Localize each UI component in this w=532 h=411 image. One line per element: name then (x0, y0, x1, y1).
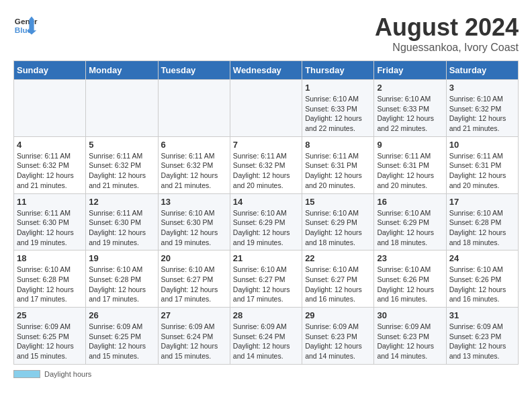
day-number: 1 (305, 83, 371, 93)
calendar-day-header: Friday (374, 61, 446, 80)
calendar-cell: 25Sunrise: 6:09 AMSunset: 6:25 PMDayligh… (14, 308, 86, 365)
calendar-cell: 20Sunrise: 6:10 AMSunset: 6:27 PMDayligh… (158, 250, 230, 308)
day-info: Sunrise: 6:09 AMSunset: 6:24 PMDaylight:… (161, 322, 227, 361)
day-info: Sunrise: 6:10 AMSunset: 6:27 PMDaylight:… (305, 265, 371, 304)
calendar-day-header: Sunday (14, 61, 86, 80)
day-number: 18 (17, 253, 83, 263)
day-number: 15 (305, 197, 371, 207)
day-info: Sunrise: 6:09 AMSunset: 6:23 PMDaylight:… (449, 322, 515, 361)
svg-text:General: General (15, 17, 38, 26)
title-block: August 2024 Nguessankoa, Ivory Coast (375, 13, 519, 54)
day-number: 27 (161, 310, 227, 320)
calendar-cell: 16Sunrise: 6:10 AMSunset: 6:29 PMDayligh… (374, 193, 446, 250)
calendar-day-header: Thursday (302, 61, 374, 80)
day-info: Sunrise: 6:11 AMSunset: 6:30 PMDaylight:… (89, 208, 154, 248)
calendar-day-header: Saturday (446, 61, 518, 80)
day-number: 22 (305, 253, 371, 263)
day-info: Sunrise: 6:10 AMSunset: 6:26 PMDaylight:… (449, 265, 515, 304)
calendar-cell: 2Sunrise: 6:10 AMSunset: 6:33 PMDaylight… (374, 80, 446, 137)
calendar-cell: 13Sunrise: 6:10 AMSunset: 6:30 PMDayligh… (158, 193, 230, 250)
logo: General Blue (13, 13, 38, 38)
calendar-cell: 10Sunrise: 6:11 AMSunset: 6:31 PMDayligh… (446, 136, 518, 193)
day-number: 6 (161, 140, 227, 150)
calendar-table: SundayMondayTuesdayWednesdayThursdayFrid… (13, 60, 519, 365)
calendar-cell: 23Sunrise: 6:10 AMSunset: 6:26 PMDayligh… (374, 250, 446, 308)
day-number: 3 (449, 83, 515, 93)
day-number: 31 (449, 310, 515, 320)
day-info: Sunrise: 6:10 AMSunset: 6:33 PMDaylight:… (305, 94, 371, 134)
calendar-cell: 9Sunrise: 6:11 AMSunset: 6:31 PMDaylight… (374, 136, 446, 193)
calendar-cell: 21Sunrise: 6:10 AMSunset: 6:27 PMDayligh… (230, 250, 302, 308)
day-info: Sunrise: 6:11 AMSunset: 6:32 PMDaylight:… (161, 151, 227, 191)
day-info: Sunrise: 6:10 AMSunset: 6:29 PMDaylight:… (377, 208, 443, 248)
legend: Daylight hours (13, 370, 519, 378)
calendar-cell: 15Sunrise: 6:10 AMSunset: 6:29 PMDayligh… (302, 193, 374, 250)
page-header: General Blue August 2024 Nguessankoa, Iv… (13, 13, 519, 54)
day-number: 21 (233, 253, 299, 263)
calendar-cell: 1Sunrise: 6:10 AMSunset: 6:33 PMDaylight… (302, 80, 374, 137)
day-info: Sunrise: 6:10 AMSunset: 6:32 PMDaylight:… (449, 94, 515, 134)
day-info: Sunrise: 6:09 AMSunset: 6:24 PMDaylight:… (233, 322, 299, 361)
calendar-day-header: Monday (86, 61, 158, 80)
calendar-cell: 31Sunrise: 6:09 AMSunset: 6:23 PMDayligh… (446, 308, 518, 365)
calendar-day-header: Tuesday (158, 61, 230, 80)
calendar-week-row: 11Sunrise: 6:11 AMSunset: 6:30 PMDayligh… (14, 193, 519, 250)
day-number: 29 (305, 310, 371, 320)
location-subtitle: Nguessankoa, Ivory Coast (375, 42, 519, 54)
calendar-cell (86, 80, 158, 137)
day-info: Sunrise: 6:11 AMSunset: 6:32 PMDaylight:… (89, 151, 154, 191)
day-info: Sunrise: 6:09 AMSunset: 6:25 PMDaylight:… (17, 322, 83, 361)
day-number: 20 (161, 253, 227, 263)
calendar-cell: 17Sunrise: 6:10 AMSunset: 6:28 PMDayligh… (446, 193, 518, 250)
day-info: Sunrise: 6:10 AMSunset: 6:28 PMDaylight:… (17, 265, 83, 304)
day-info: Sunrise: 6:10 AMSunset: 6:29 PMDaylight:… (305, 208, 371, 248)
day-number: 30 (377, 310, 443, 320)
day-info: Sunrise: 6:11 AMSunset: 6:31 PMDaylight:… (305, 151, 371, 191)
day-number: 26 (89, 310, 154, 320)
day-info: Sunrise: 6:09 AMSunset: 6:25 PMDaylight:… (89, 322, 154, 361)
day-number: 25 (17, 310, 83, 320)
calendar-cell: 19Sunrise: 6:10 AMSunset: 6:28 PMDayligh… (86, 250, 158, 308)
calendar-cell (158, 80, 230, 137)
calendar-cell: 11Sunrise: 6:11 AMSunset: 6:30 PMDayligh… (14, 193, 86, 250)
day-number: 7 (233, 140, 299, 150)
day-info: Sunrise: 6:11 AMSunset: 6:31 PMDaylight:… (377, 151, 443, 191)
calendar-cell: 26Sunrise: 6:09 AMSunset: 6:25 PMDayligh… (86, 308, 158, 365)
calendar-cell: 22Sunrise: 6:10 AMSunset: 6:27 PMDayligh… (302, 250, 374, 308)
day-info: Sunrise: 6:11 AMSunset: 6:31 PMDaylight:… (449, 151, 515, 191)
day-number: 2 (377, 83, 443, 93)
day-info: Sunrise: 6:11 AMSunset: 6:32 PMDaylight:… (233, 151, 299, 191)
day-info: Sunrise: 6:10 AMSunset: 6:29 PMDaylight:… (233, 208, 299, 248)
day-info: Sunrise: 6:10 AMSunset: 6:28 PMDaylight:… (89, 265, 154, 304)
calendar-week-row: 25Sunrise: 6:09 AMSunset: 6:25 PMDayligh… (14, 308, 519, 365)
day-info: Sunrise: 6:10 AMSunset: 6:30 PMDaylight:… (161, 208, 227, 248)
calendar-cell: 6Sunrise: 6:11 AMSunset: 6:32 PMDaylight… (158, 136, 230, 193)
calendar-week-row: 4Sunrise: 6:11 AMSunset: 6:32 PMDaylight… (14, 136, 519, 193)
calendar-cell (230, 80, 302, 137)
day-number: 14 (233, 197, 299, 207)
day-number: 19 (89, 253, 154, 263)
day-number: 23 (377, 253, 443, 263)
day-number: 13 (161, 197, 227, 207)
calendar-day-header: Wednesday (230, 61, 302, 80)
legend-bar (13, 370, 40, 378)
calendar-cell: 24Sunrise: 6:10 AMSunset: 6:26 PMDayligh… (446, 250, 518, 308)
day-info: Sunrise: 6:11 AMSunset: 6:32 PMDaylight:… (17, 151, 83, 191)
day-info: Sunrise: 6:10 AMSunset: 6:33 PMDaylight:… (377, 94, 443, 134)
day-number: 11 (17, 197, 83, 207)
day-number: 4 (17, 140, 83, 150)
calendar-week-row: 1Sunrise: 6:10 AMSunset: 6:33 PMDaylight… (14, 80, 519, 137)
calendar-header-row: SundayMondayTuesdayWednesdayThursdayFrid… (14, 61, 519, 80)
calendar-cell: 27Sunrise: 6:09 AMSunset: 6:24 PMDayligh… (158, 308, 230, 365)
calendar-cell: 3Sunrise: 6:10 AMSunset: 6:32 PMDaylight… (446, 80, 518, 137)
calendar-cell: 29Sunrise: 6:09 AMSunset: 6:23 PMDayligh… (302, 308, 374, 365)
calendar-cell: 4Sunrise: 6:11 AMSunset: 6:32 PMDaylight… (14, 136, 86, 193)
day-info: Sunrise: 6:10 AMSunset: 6:27 PMDaylight:… (161, 265, 227, 304)
day-info: Sunrise: 6:09 AMSunset: 6:23 PMDaylight:… (305, 322, 371, 361)
day-info: Sunrise: 6:10 AMSunset: 6:26 PMDaylight:… (377, 265, 443, 304)
day-number: 5 (89, 140, 154, 150)
day-number: 12 (89, 197, 154, 207)
month-year-title: August 2024 (375, 13, 519, 42)
legend-label: Daylight hours (44, 370, 91, 378)
day-number: 17 (449, 197, 515, 207)
